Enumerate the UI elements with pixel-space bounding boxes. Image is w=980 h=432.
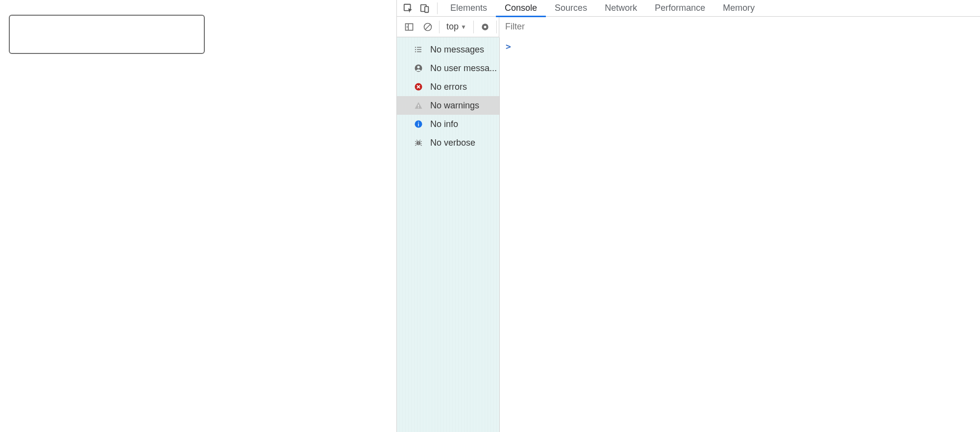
execution-context-selector[interactable]: top ▼	[441, 17, 471, 37]
svg-point-13	[415, 51, 416, 52]
console-body: No messagesNo user messa...No errorsNo w…	[397, 37, 980, 432]
scope-label: top	[446, 22, 459, 32]
devtools-tabbar: ElementsConsoleSourcesNetworkPerformance…	[397, 0, 980, 17]
toggle-sidebar-icon[interactable]	[400, 17, 418, 37]
svg-line-6	[425, 25, 430, 29]
list-icon	[414, 45, 423, 54]
tab-sources[interactable]: Sources	[546, 0, 596, 17]
info-icon	[414, 119, 423, 129]
svg-rect-10	[417, 47, 421, 48]
sidebar-item-5[interactable]: No verbose	[397, 133, 499, 152]
sidebar-item-0[interactable]: No messages	[397, 40, 499, 59]
debug-icon	[414, 138, 423, 148]
separator	[496, 21, 497, 33]
sidebar-item-label: No user messa...	[430, 63, 497, 74]
separator	[437, 2, 438, 14]
svg-rect-22	[418, 122, 419, 123]
svg-rect-18	[418, 105, 419, 107]
sidebar-item-label: No verbose	[430, 138, 475, 148]
warning-icon	[414, 101, 423, 110]
svg-rect-21	[418, 124, 419, 127]
svg-rect-12	[417, 49, 421, 50]
tab-elements[interactable]: Elements	[441, 0, 496, 17]
svg-rect-19	[418, 107, 419, 108]
sidebar-item-label: No info	[430, 119, 458, 129]
sidebar-item-label: No messages	[430, 45, 484, 55]
svg-point-16	[417, 66, 419, 68]
tab-memory[interactable]: Memory	[714, 0, 763, 17]
tab-performance[interactable]: Performance	[646, 0, 714, 17]
console-toolbar: top ▼	[397, 17, 980, 37]
page-viewport	[0, 0, 396, 432]
sidebar-item-label: No errors	[430, 82, 467, 92]
tab-console[interactable]: Console	[496, 0, 546, 17]
sidebar-item-3[interactable]: No warnings	[397, 96, 499, 115]
error-icon	[414, 82, 423, 92]
toggle-device-icon[interactable]	[416, 0, 433, 17]
live-expression-icon[interactable]	[476, 17, 494, 37]
clear-console-icon[interactable]	[418, 17, 437, 37]
user-icon	[414, 63, 423, 73]
sidebar-item-4[interactable]: No info	[397, 115, 499, 133]
svg-point-11	[415, 49, 416, 50]
console-sidebar: No messagesNo user messa...No errorsNo w…	[397, 37, 500, 432]
devtools-panel: ElementsConsoleSourcesNetworkPerformance…	[396, 0, 980, 432]
tab-network[interactable]: Network	[596, 0, 646, 17]
filter-input[interactable]	[499, 17, 980, 37]
dropdown-triangle-icon: ▼	[461, 24, 466, 30]
svg-rect-2	[425, 6, 428, 12]
sidebar-item-2[interactable]: No errors	[397, 77, 499, 96]
separator	[473, 21, 474, 33]
inspect-element-icon[interactable]	[400, 0, 416, 17]
sidebar-item-label: No warnings	[430, 101, 479, 111]
svg-point-8	[484, 25, 486, 28]
separator	[439, 21, 440, 33]
page-text-input[interactable]	[9, 15, 205, 54]
sidebar-item-1[interactable]: No user messa...	[397, 59, 499, 77]
console-prompt: >	[506, 41, 511, 51]
console-output[interactable]: >	[500, 37, 980, 432]
svg-rect-14	[417, 51, 421, 52]
svg-point-9	[415, 47, 416, 48]
